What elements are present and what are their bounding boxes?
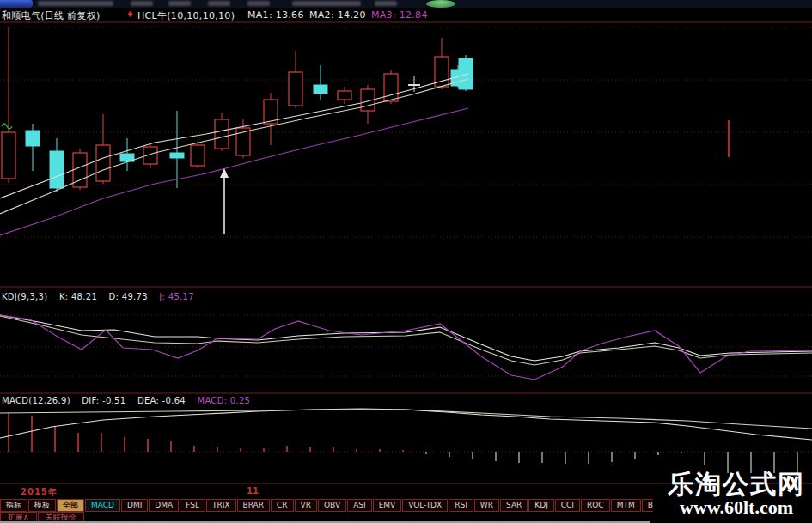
tab-VR[interactable]: VR (295, 499, 317, 512)
macd-dea-value: DEA: -0.64 (137, 396, 186, 405)
kdj-k-value: K: 48.21 (59, 292, 97, 301)
tab-SAR[interactable]: SAR (500, 499, 528, 512)
tab-MTM[interactable]: MTM (611, 499, 641, 512)
tab-WR[interactable]: WR (474, 499, 499, 512)
logo-caption-smudge (38, 1, 113, 6)
date-month-label: 11 (247, 486, 259, 496)
tab-DMA[interactable]: DMA (149, 499, 179, 512)
tab-DMI[interactable]: DMI (121, 499, 148, 512)
tab-ROC[interactable]: ROC (581, 499, 610, 512)
menu-item-smudge[interactable] (168, 1, 191, 6)
tab-BOLL[interactable]: BOLL (642, 499, 653, 512)
date-year-label: 2015年 (21, 486, 58, 498)
menu-bar (0, 0, 812, 8)
ma3-value: MA3: 12.84 (371, 9, 428, 21)
tab-CR[interactable]: CR (271, 499, 294, 512)
heart-icon: ♦ (126, 9, 134, 19)
kdj-name: KDJ(9,3,3) (2, 292, 47, 301)
macd-dif-value: DIF: -0.51 (82, 396, 125, 405)
menu-item-smudge[interactable] (131, 1, 153, 6)
macd-label-row: MACD(12,26,9) DIF: -0.51 DEA: -0.64 MACD… (2, 396, 259, 405)
kdj-d-value: D: 49.73 (109, 292, 148, 301)
kdj-j-value: J: 45.17 (159, 292, 194, 301)
tab-CCI[interactable]: CCI (555, 499, 580, 512)
ma1-value: MA1: 13.66 (247, 9, 304, 21)
tab-模板[interactable]: 模板 (28, 499, 56, 512)
tab-RSI[interactable]: RSI (449, 499, 473, 512)
watermark-site-name: 乐淘公式网 (668, 471, 805, 498)
macd-name: MACD(12,26,9) (2, 396, 70, 405)
tab-MACD[interactable]: MACD (85, 499, 120, 512)
chart-title-bar: 和顺电气(日线 前复权) ♦ HCL牛(10,10,10,10) MA1: 13… (0, 8, 812, 22)
tab-FSL[interactable]: FSL (180, 499, 205, 512)
tab-VOL-TDX[interactable]: VOL-TDX (402, 499, 448, 512)
watermark-url: www.60lt.com (668, 498, 805, 517)
indicator-title: HCL牛(10,10,10,10) (137, 9, 235, 22)
tab-KDJ[interactable]: KDJ (528, 499, 554, 512)
ma2-value: MA2: 14.20 (309, 9, 366, 21)
app-window: 和顺电气(日线 前复权) ♦ HCL牛(10,10,10,10) MA1: 13… (0, 0, 812, 523)
tab-全部[interactable]: 全部 (57, 499, 84, 512)
menu-item-smudge[interactable] (292, 1, 361, 6)
tab-EMV[interactable]: EMV (373, 499, 402, 512)
kdj-label-row: KDJ(9,3,3) K: 48.21 D: 49.73 J: 45.17 (2, 292, 203, 301)
broker-logo (0, 0, 33, 8)
stock-title: 和顺电气(日线 前复权) (2, 9, 101, 22)
watermark: 乐淘公式网 www.60lt.com (668, 471, 805, 517)
main-candlestick-chart[interactable] (0, 22, 812, 286)
macd-value: MACD: 0.25 (197, 396, 250, 405)
tab-OBV[interactable]: OBV (318, 499, 346, 512)
menu-item-smudge[interactable] (208, 1, 230, 6)
menu-item-smudge[interactable] (247, 1, 270, 6)
status-indicator-pill (426, 0, 455, 8)
kdj-chart[interactable] (0, 288, 812, 392)
tab-指标[interactable]: 指标 (0, 499, 27, 512)
tab-TRIX[interactable]: TRIX (206, 499, 236, 512)
tab-ASI[interactable]: ASI (347, 499, 372, 512)
menu-item-smudge[interactable] (375, 1, 397, 6)
indicator-tab-row: 指标模板全部MACDDMIDMAFSLTRIXBRARCRVROBVASIEMV… (0, 499, 653, 512)
tab-BRAR[interactable]: BRAR (237, 499, 270, 512)
